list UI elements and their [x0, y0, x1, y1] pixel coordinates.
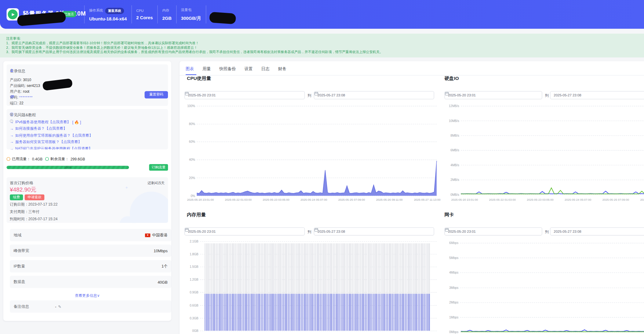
faq-links: →IPv6服务器使用教程【点我查看】[ 🔥 ] →如何连接服务器？【点我查看】 … [10, 119, 118, 149]
redacted-product-code [42, 78, 73, 91]
eye-off-icon[interactable] [10, 95, 14, 99]
pay-cycle: 支付周期：三年付 [10, 209, 39, 214]
mem-chart-plot: 2.1GB1.8GB1.5GB1.2GB0.9GB0.6GB0.3GB0GB [184, 239, 439, 334]
edit-pencil-icon[interactable]: ✎ [58, 304, 61, 309]
net-chart-plot: 6Mbps5Mbps4Mbps3Mbps2Mbps1Mbps0Mbps [445, 239, 644, 334]
disk-chart-plot: 12MB/s10MB/s8MB/s6MB/s4MB/s2MB/s0MB/s202… [445, 102, 644, 207]
tab-settings[interactable]: 设置 [244, 66, 253, 72]
calendar-icon [185, 92, 189, 95]
y-tick: 1.5GB [184, 265, 198, 269]
refund-button[interactable]: 申请退款 [25, 195, 45, 200]
faq-panel: 常见问题&教程 ? →IPv6服务器使用教程【点我查看】[ 🔥 ] →如何连接服… [7, 109, 168, 149]
tab-usage[interactable]: 用量 [202, 66, 211, 72]
tab-logs[interactable]: 日志 [261, 66, 270, 72]
notice-line: 1、观星云产品购买完成后，观星云产品部署需要等待2-10分钟！部分产品部署可能时… [6, 41, 638, 45]
hot-icon: [ 🔥 ] [72, 120, 81, 124]
login-info-title: 登录信息 [10, 69, 25, 74]
mem-date-to[interactable]: 2025-05-27 23:08 [314, 227, 434, 235]
disk-date-to[interactable]: 2025-05-27 23:08 [550, 91, 644, 99]
pricing-panel: ✦ 首次订购价格 还剩415天 ¥482.90元 续费 申请退款 订购日期：20… [7, 177, 168, 223]
hk-flag-icon: ★ [145, 233, 150, 237]
header-bar: ▶ 轻量服务器 2核2G10M 已激活 操作系统 重装系统 Ubuntu-18.… [0, 0, 644, 29]
renew-button[interactable]: 续费 [10, 195, 23, 200]
traffic-legend: 已用流量：0.4GB 剩余流量：299.6GB [7, 156, 85, 162]
data-disk-value: 40GB [158, 280, 168, 284]
question-circle-icon: ? [10, 113, 13, 116]
reinstall-os-button[interactable]: 重装系统 [105, 8, 124, 14]
username-row: 用户名: root [10, 89, 29, 94]
product-id-row: 产品ID: 3010 [10, 77, 31, 83]
y-tick: 0.9GB [184, 291, 198, 294]
tab-billing[interactable]: 财务 [278, 66, 286, 72]
used-traffic-value: 0.4GB [32, 157, 42, 161]
y-tick: 0.3GB [184, 316, 198, 320]
notice-line: 3、我司旗下观星云所有产品禁止用于任何违反法律法规及观星云相关协议的业务或服务，… [6, 50, 638, 54]
tab-snapshots[interactable]: 快照备份 [219, 66, 236, 72]
cpu-series [184, 102, 439, 207]
order-date: 订购日期：2023-07-17 15:22 [10, 202, 57, 207]
disk-series [445, 102, 644, 207]
mem-chart-title: 内存用量 [187, 212, 206, 218]
traffic-percent: 100% [7, 166, 129, 169]
notice-banner: 注意事项: 1、观星云产品购买完成后，观星云产品部署需要等待2-10分钟！部分产… [0, 34, 644, 57]
port-row: 端口: 22 [10, 101, 23, 106]
note-value: - [55, 304, 56, 309]
calendar-icon [445, 92, 449, 95]
os-label: 操作系统 [89, 8, 103, 13]
disk-date-from[interactable]: 2025-05-20 23:01 [445, 91, 542, 99]
reset-password-button[interactable]: 重置密码 [145, 91, 168, 99]
mem-date-from[interactable]: 2025-05-20 23:01 [184, 227, 305, 235]
tab-bar: 图表 用量 快照备份 设置 日志 财务 [186, 66, 286, 72]
password-mask: ******** [19, 95, 33, 99]
ram-value: 2GB [162, 16, 171, 20]
arrow-icon: → [10, 133, 13, 137]
faq-link-ipv6[interactable]: IPv6服务器使用教程【点我查看】 [15, 119, 71, 124]
faq-link-bt-install[interactable]: 服务器如何安装宝塔面板？【点我查看】 [15, 139, 82, 145]
note-row: 备注信息 -✎ [10, 300, 171, 313]
memory-bars [205, 293, 431, 330]
region-row: 地域 ★中国香港 [10, 229, 171, 241]
gridline [200, 241, 437, 242]
calendar-icon [314, 228, 318, 232]
cpu-value: 2 Cores [136, 15, 153, 20]
calendar-icon [185, 228, 189, 232]
tab-divider [180, 75, 644, 75]
y-tick: 1.2GB [184, 278, 198, 282]
region-value: 中国香港 [152, 232, 168, 238]
remain-traffic-icon [45, 157, 49, 161]
net-date-from[interactable]: 2025-05-20 23:01 [445, 227, 542, 235]
arrow-icon: → [10, 127, 13, 131]
ip-count-row: IP数量 1个 [10, 260, 171, 272]
spec-os: 操作系统 重装系统 Ubuntu-18.04-x64 [84, 5, 131, 23]
cpu-date-from[interactable]: 2025-05-20 23:01 [184, 91, 305, 99]
faq-link-connect[interactable]: 如何连接服务器？【点我查看】 [15, 126, 67, 131]
login-info-panel: 登录信息 产品ID: 3010 产品编码: ser4213 用户名: root … [7, 64, 168, 106]
cpu-chart-plot: 100%80%60%40%20%0%2025-05-20 23:01:00202… [184, 102, 439, 207]
tab-charts[interactable]: 图表 [186, 66, 194, 72]
svg-text:?: ? [11, 113, 13, 116]
redacted-ip [209, 12, 236, 24]
spec-traffic: 流量包 300GB/月 [176, 5, 206, 23]
y-tick: 2.1GB [184, 240, 198, 243]
faq-title: 常见问题&教程 ? [10, 113, 36, 118]
arrow-icon: → [10, 147, 13, 149]
order-traffic-button[interactable]: 订购流量 [149, 164, 168, 171]
disk-chart-title: 硬盘IO [445, 76, 459, 82]
server-power-tile[interactable]: ▶ [7, 8, 19, 20]
pricing-title: 首次订购价格 [10, 181, 33, 186]
password-row: 密码: ******** [10, 95, 33, 100]
cpu-date-to[interactable]: 2025-05-27 23:08 [314, 91, 434, 99]
y-tick: 0GB [184, 329, 198, 332]
bandwidth-row: 峰值带宽 10Mbps [10, 245, 171, 257]
show-more-link[interactable]: 查看更多信息∨ [3, 293, 171, 298]
notice-line: 2、我司暂无储存类业务，不提供数据存储安全服务！您服务器上的数据无价！建议每天异… [6, 45, 638, 50]
data-disk-row: 数据盘 40GB [10, 276, 171, 288]
y-tick: 0.6GB [184, 303, 198, 307]
faq-link-nat[interactable]: NAT端口共享IP云服务器使用教程【点我查看】 [15, 146, 93, 149]
expire-time: 到期时间：2026-07-17 15:24 [10, 217, 57, 222]
faq-link-bt-builtin[interactable]: 如何使用自带宝塔面板的服务器？【点我查看】 [15, 133, 93, 138]
svg-text:?: ? [11, 120, 12, 122]
calendar-icon [314, 92, 318, 95]
net-date-to[interactable]: 2025-05-27 23:08 [550, 227, 644, 235]
page: ▶ 轻量服务器 2核2G10M 已激活 操作系统 重装系统 Ubuntu-18.… [0, 0, 644, 334]
